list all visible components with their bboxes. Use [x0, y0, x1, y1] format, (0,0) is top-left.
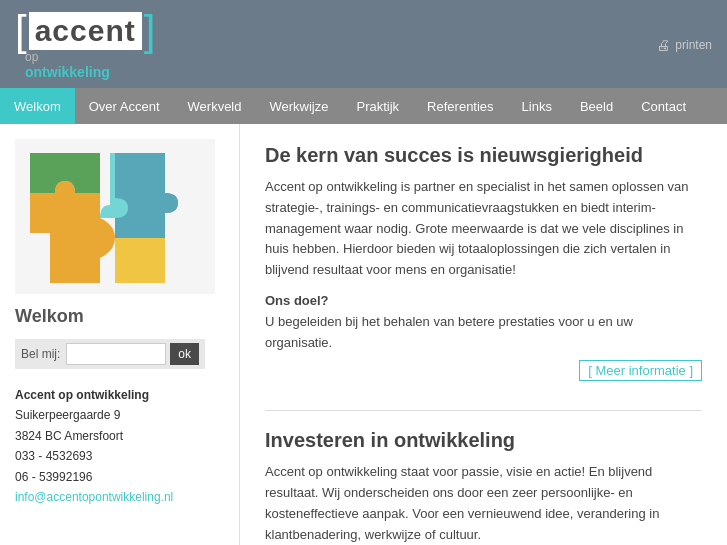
nav-item-beeld[interactable]: Beeld [566, 88, 627, 124]
section1-meer-info-label: [ Meer informatie ] [579, 360, 702, 381]
contact-phone1: 033 - 4532693 [15, 446, 224, 466]
section-kern: De kern van succes is nieuwsgierigheid A… [265, 144, 702, 386]
bel-ok-button[interactable]: ok [170, 343, 199, 365]
contact-postal: 3824 BC Amersfoort [15, 426, 224, 446]
section1-sub-text: U begeleiden bij het behalen van betere … [265, 314, 633, 350]
puzzle-image [15, 139, 215, 294]
section1-meer-info[interactable]: [ Meer informatie ] [265, 363, 702, 378]
bel-input[interactable] [66, 343, 166, 365]
section-divider [265, 410, 702, 411]
main-nav: Welkom Over Accent Werkveld Werkwijze Pr… [0, 88, 727, 124]
nav-item-contact[interactable]: Contact [627, 88, 700, 124]
main-content: Welkom Bel mij: ok Accent op ontwikkelin… [0, 124, 727, 545]
section2-title: Investeren in ontwikkeling [265, 429, 702, 452]
nav-item-referenties[interactable]: Referenties [413, 88, 507, 124]
logo-ontwikkeling: ontwikkeling [25, 64, 155, 80]
nav-item-werkveld[interactable]: Werkveld [174, 88, 256, 124]
logo-bracket-right: ] [144, 10, 156, 52]
contact-company: Accent op ontwikkeling [15, 385, 224, 405]
section1-sub: Ons doel? U begeleiden bij het behalen v… [265, 291, 702, 353]
nav-item-welkom[interactable]: Welkom [0, 88, 75, 124]
logo-accent-text: accent [29, 12, 142, 50]
section-investeren: Investeren in ontwikkeling Accent op ont… [265, 429, 702, 545]
contact-email[interactable]: info@accentopontwikkeling.nl [15, 490, 173, 504]
print-icon: 🖨 [656, 37, 670, 53]
section2-body: Accent op ontwikkeling staat voor passie… [265, 462, 702, 545]
nav-item-praktijk[interactable]: Praktijk [342, 88, 413, 124]
site-header: [ accent ] op ontwikkeling 🖨 printen [0, 0, 727, 88]
content-area: De kern van succes is nieuwsgierigheid A… [240, 124, 727, 545]
print-button[interactable]: 🖨 printen [656, 37, 712, 53]
contact-address: Suikerpeergaarde 9 [15, 405, 224, 425]
print-label: printen [675, 38, 712, 52]
section1-title: De kern van succes is nieuwsgierigheid [265, 144, 702, 167]
bel-form: Bel mij: ok [15, 339, 205, 369]
sidebar-welcome: Welkom [15, 306, 224, 327]
sidebar: Welkom Bel mij: ok Accent op ontwikkelin… [0, 124, 240, 545]
contact-phone2: 06 - 53992196 [15, 467, 224, 487]
section1-sub-label: Ons doel? [265, 293, 329, 308]
bel-label: Bel mij: [21, 347, 60, 361]
section1-body: Accent op ontwikkeling is partner en spe… [265, 177, 702, 281]
nav-item-werkwijze[interactable]: Werkwijze [255, 88, 342, 124]
logo: [ accent ] op ontwikkeling [15, 10, 155, 80]
logo-op: op [25, 50, 155, 64]
nav-item-links[interactable]: Links [508, 88, 566, 124]
nav-item-over-accent[interactable]: Over Accent [75, 88, 174, 124]
contact-info: Accent op ontwikkeling Suikerpeergaarde … [15, 385, 224, 507]
logo-bracket-left: [ [15, 10, 27, 52]
